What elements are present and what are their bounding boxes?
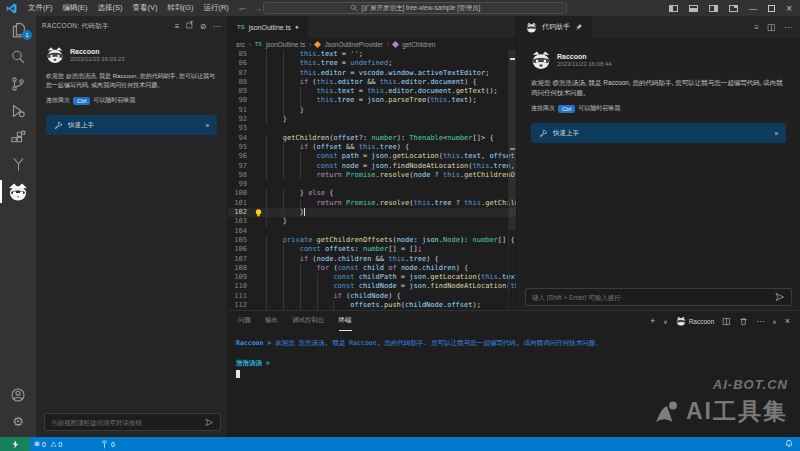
- new-session-icon[interactable]: [186, 21, 194, 31]
- assistant-chat-input-field[interactable]: [532, 294, 771, 301]
- sidebar-item-extensions[interactable]: [0, 124, 36, 151]
- class-symbol-icon: [314, 40, 321, 47]
- warning-count: 0: [58, 441, 62, 448]
- test-view-icon: [11, 157, 26, 172]
- notifications-bell-icon[interactable]: [784, 439, 794, 449]
- settings-list-icon[interactable]: ≡: [175, 22, 180, 31]
- terminal-agent-prefix: Raccoon >: [236, 339, 271, 347]
- kill-terminal-icon[interactable]: [739, 317, 748, 326]
- gear-icon: ⚙: [12, 414, 24, 429]
- code-line: 96const path = json.getLocation(this.tex…: [228, 152, 516, 161]
- line-number: 103: [228, 217, 254, 226]
- tab-jsonoutline[interactable]: TS jsonOutline.ts ●: [228, 16, 308, 38]
- sidebar-item-search[interactable]: [0, 43, 36, 70]
- raccoon-icon: [526, 22, 537, 33]
- quick-start-button[interactable]: 快速上手 »: [531, 123, 786, 143]
- line-number: 102: [228, 208, 254, 217]
- panel-tab-输出[interactable]: 输出: [265, 311, 278, 331]
- panel-tab-调试控制台[interactable]: 调试控制台: [292, 311, 325, 331]
- sidebar-chat-input[interactable]: [44, 413, 221, 431]
- code-line: 93: [228, 124, 516, 133]
- toggle-sidebar-icon[interactable]: [669, 5, 678, 12]
- code-line: 97const node = json.findNodeAtLocation(t…: [228, 162, 516, 171]
- toggle-secondary-sidebar-icon[interactable]: [709, 5, 718, 12]
- terminal-agent-message: 欢迎您 浩浩汤汤, 我是 Raccoon, 您的代码助手. 您可以让我与您一起编…: [271, 339, 599, 347]
- menu-item[interactable]: 编辑(E): [58, 3, 93, 13]
- panel-tab-终端[interactable]: 终端: [339, 311, 352, 331]
- method-symbol-icon: [392, 40, 399, 47]
- line-number: 99: [228, 180, 254, 189]
- clear-chat-icon[interactable]: ⊘: [200, 22, 207, 31]
- line-number: 90: [228, 96, 254, 105]
- breadcrumb-item[interactable]: getChildren: [402, 41, 435, 48]
- sidebar-item-test-view[interactable]: [0, 151, 36, 178]
- menu-item[interactable]: 运行(R): [198, 3, 233, 13]
- close-panel-icon[interactable]: ×: [785, 316, 790, 326]
- quick-start-button[interactable]: 快速上手 »: [46, 115, 217, 135]
- sidebar-item-run-debug[interactable]: [0, 97, 36, 124]
- text-cursor: [304, 208, 305, 216]
- overview-ruler[interactable]: [508, 50, 516, 310]
- ports-status[interactable]: 0: [96, 440, 119, 449]
- ports-count: 0: [111, 441, 115, 448]
- sidebar-item-source-control[interactable]: [0, 70, 36, 97]
- assistant-tab-label: 代码助手: [542, 22, 570, 32]
- menu-item[interactable]: 文件(F): [23, 3, 58, 13]
- more-lines-icon[interactable]: ≡: [754, 23, 759, 32]
- modified-dot-icon[interactable]: ●: [295, 24, 299, 30]
- breadcrumb-item[interactable]: jsonOutline.ts: [266, 41, 305, 48]
- code-line: 106const offsets: number[] = [];: [228, 245, 516, 254]
- title-bar: 文件(F)编辑(E)选择(S)查看(V)转到(G)运行(R) ··· ← → […: [0, 0, 800, 16]
- maximize-panel-icon[interactable]: ∧: [772, 318, 776, 325]
- toggle-panel-icon[interactable]: [689, 5, 698, 12]
- vscode-window: 文件(F)编辑(E)选择(S)查看(V)转到(G)运行(R) ··· ← → […: [0, 0, 800, 451]
- sidebar-item-raccoon[interactable]: [0, 178, 36, 205]
- menu-bar: 文件(F)编辑(E)选择(S)查看(V)转到(G)运行(R): [23, 3, 234, 13]
- editor-tab-bar: TS jsonOutline.ts ●: [228, 16, 516, 38]
- minimize-button[interactable]: —: [749, 4, 757, 13]
- more-actions-icon[interactable]: ⋯: [756, 317, 764, 326]
- send-icon[interactable]: [205, 418, 214, 427]
- new-terminal-button[interactable]: +: [650, 316, 655, 326]
- sidebar-item-explorer[interactable]: 1: [0, 16, 36, 43]
- nav-forward-button[interactable]: →: [254, 4, 262, 13]
- code-editor[interactable]: 85this.text = '';86this.tree = undefined…: [228, 50, 516, 310]
- menu-item[interactable]: 查看(V): [128, 3, 163, 13]
- maximize-button[interactable]: [768, 5, 775, 12]
- remote-indicator[interactable]: [0, 437, 30, 451]
- menu-item[interactable]: 选择(S): [93, 3, 128, 13]
- more-actions-icon[interactable]: ⋯: [784, 23, 792, 32]
- settings-button[interactable]: ⚙: [0, 408, 36, 435]
- terminal-profile-dropdown-icon[interactable]: ∨: [663, 318, 667, 325]
- more-actions-icon[interactable]: ⋯: [213, 22, 221, 31]
- tab-code-assistant[interactable]: 代码助手: [517, 16, 592, 38]
- panel-tab-bar: 问题输出调试控制台终端 + ∨ Raccoon ⋯ ∧ ×: [228, 311, 800, 331]
- breadcrumb-item[interactable]: src: [236, 41, 245, 48]
- customize-layout-icon[interactable]: [729, 5, 738, 12]
- close-button[interactable]: ×: [786, 3, 792, 14]
- line-number: 111: [228, 292, 254, 301]
- assistant-chat-input[interactable]: [525, 288, 792, 306]
- account-button[interactable]: [0, 381, 36, 408]
- menu-item[interactable]: 转到(G): [163, 3, 199, 13]
- line-number: 95: [228, 143, 254, 152]
- warning-icon: △: [51, 440, 56, 448]
- pin-icon[interactable]: [575, 23, 583, 31]
- nav-back-button[interactable]: ←: [238, 4, 246, 13]
- terminal-instance[interactable]: Raccoon: [676, 316, 715, 326]
- problems-status[interactable]: ⊗ 0 △ 0: [30, 440, 66, 448]
- split-terminal-icon[interactable]: [722, 317, 731, 326]
- scrollbar-slider[interactable]: [509, 50, 516, 230]
- lightbulb-icon[interactable]: [255, 209, 262, 217]
- line-number: 105: [228, 236, 254, 245]
- send-icon[interactable]: [775, 292, 785, 302]
- command-center[interactable]: [扩展开发宿主] tree-view-sample [管理员]: [263, 2, 567, 14]
- account-icon: [10, 387, 26, 403]
- panel-tab-问题[interactable]: 问题: [238, 311, 251, 331]
- line-number: 110: [228, 282, 254, 291]
- tab-label: jsonOutline.ts: [249, 24, 291, 31]
- breadcrumb-item[interactable]: JsonOutlineProvider: [324, 41, 383, 48]
- code-line: 88if (this.editor && this.editor.documen…: [228, 78, 516, 87]
- sidebar-chat-input-field[interactable]: [51, 419, 201, 426]
- split-editor-icon[interactable]: [767, 23, 776, 32]
